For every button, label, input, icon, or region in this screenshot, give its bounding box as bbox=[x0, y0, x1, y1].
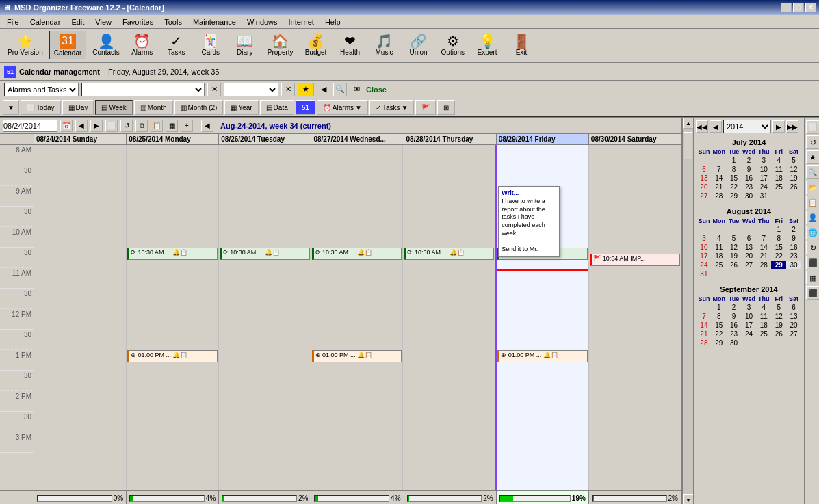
aug-empty7[interactable] bbox=[727, 269, 742, 278]
grid-button[interactable]: ⊞ bbox=[437, 100, 455, 115]
right-icon-1[interactable]: ⬜ bbox=[806, 120, 819, 134]
july-day-4[interactable]: 4 bbox=[771, 156, 786, 165]
july-day-28[interactable]: 28 bbox=[712, 191, 727, 200]
close-button[interactable]: ✕ bbox=[805, 3, 816, 12]
july-day-27[interactable]: 27 bbox=[697, 191, 712, 200]
july-day-16[interactable]: 16 bbox=[742, 174, 757, 183]
aug-empty9[interactable] bbox=[756, 269, 771, 278]
category-dropdown[interactable] bbox=[224, 83, 278, 96]
data-button[interactable]: ▤ Data bbox=[260, 100, 294, 115]
right-icon-7[interactable]: 👤 bbox=[806, 211, 819, 224]
scroll-up-button[interactable]: ▲ bbox=[683, 118, 694, 129]
aug-day-22[interactable]: 22 bbox=[771, 252, 786, 261]
july-day-17[interactable]: 17 bbox=[756, 174, 771, 183]
july-day-14[interactable]: 14 bbox=[712, 174, 727, 183]
aug-day-30[interactable]: 30 bbox=[786, 261, 801, 269]
sep-day-5[interactable]: 5 bbox=[771, 303, 786, 312]
flag-button[interactable]: 🚩 bbox=[415, 100, 436, 115]
cal-picker-button[interactable]: 📅 bbox=[60, 120, 73, 132]
aug-day-25[interactable]: 25 bbox=[712, 261, 727, 269]
minimize-button[interactable]: ─ bbox=[781, 3, 792, 12]
note-popup[interactable]: Writ... I have to write a report about t… bbox=[498, 186, 560, 257]
july-day-8[interactable]: 8 bbox=[727, 165, 742, 174]
right-icon-3[interactable]: ★ bbox=[806, 150, 819, 164]
july-day-31[interactable]: 31 bbox=[756, 191, 771, 200]
sep-day-20[interactable]: 20 bbox=[786, 321, 801, 330]
filter-dropdown[interactable] bbox=[81, 83, 205, 96]
budget-button[interactable]: 💰 Budget bbox=[300, 31, 333, 59]
cards-button[interactable]: 🃏 Cards bbox=[194, 31, 227, 59]
saturday-1054-event[interactable]: 🚩 10:54 AM IMP... bbox=[590, 254, 680, 266]
right-icon-11[interactable]: ▦ bbox=[806, 271, 819, 284]
aug-day-21[interactable]: 21 bbox=[756, 252, 771, 261]
aug-day-8[interactable]: 8 bbox=[771, 234, 786, 243]
monday-1pm-event[interactable]: ⊕ 01:00 PM ... 🔔📋 bbox=[127, 350, 218, 362]
filter-search-button[interactable]: 🔍 bbox=[333, 83, 347, 96]
aug-empty5[interactable] bbox=[756, 225, 771, 234]
july-day-21[interactable]: 21 bbox=[712, 183, 727, 191]
tasks-nav-button[interactable]: ✓ Tasks ▼ bbox=[369, 100, 414, 115]
sep-day-4[interactable]: 4 bbox=[756, 303, 771, 312]
sep-day-2[interactable]: 2 bbox=[727, 303, 742, 312]
contacts-button[interactable]: 👤 Contacts bbox=[88, 31, 124, 59]
july-day-empty3[interactable] bbox=[771, 191, 786, 200]
calendar-button[interactable]: 31 Calendar bbox=[49, 31, 87, 59]
aug-day-14[interactable]: 14 bbox=[756, 243, 771, 252]
july-day-30[interactable]: 30 bbox=[742, 191, 757, 200]
year-prev-button[interactable]: ◀◀ bbox=[696, 120, 708, 133]
aug-day-13[interactable]: 13 bbox=[742, 243, 757, 252]
union-button[interactable]: 🔗 Union bbox=[402, 31, 435, 59]
year-button[interactable]: ▦ Year bbox=[224, 100, 258, 115]
sep-day-23[interactable]: 23 bbox=[727, 330, 742, 339]
right-icon-5[interactable]: 📂 bbox=[806, 181, 819, 194]
july-day-empty4[interactable] bbox=[786, 191, 801, 200]
aug-day-23[interactable]: 23 bbox=[786, 252, 801, 261]
menu-internet[interactable]: Internet bbox=[283, 16, 320, 27]
aug-day-9[interactable]: 9 bbox=[786, 234, 801, 243]
maximize-button[interactable]: □ bbox=[793, 3, 804, 12]
right-icon-9[interactable]: ↻ bbox=[806, 241, 819, 254]
aug-day-18[interactable]: 18 bbox=[712, 252, 727, 261]
aug-day-10[interactable]: 10 bbox=[697, 243, 712, 252]
aug-day-5[interactable]: 5 bbox=[727, 234, 742, 243]
week-arrow-left[interactable]: ◀ bbox=[201, 120, 213, 132]
july-day-1[interactable]: 1 bbox=[727, 156, 742, 165]
sep-day-25[interactable]: 25 bbox=[756, 330, 771, 339]
july-day-empty1[interactable] bbox=[697, 156, 712, 165]
july-day-24[interactable]: 24 bbox=[756, 183, 771, 191]
sep-empty3[interactable] bbox=[756, 339, 771, 347]
sep-day-8[interactable]: 8 bbox=[712, 312, 727, 321]
sep-day-17[interactable]: 17 bbox=[742, 321, 757, 330]
year-next-button[interactable]: ▶▶ bbox=[786, 120, 798, 133]
july-day-13[interactable]: 13 bbox=[697, 174, 712, 183]
aug-day-29-today[interactable]: 29 bbox=[771, 261, 786, 269]
year-select-dropdown[interactable]: 2014 bbox=[723, 120, 771, 133]
sep-day-13[interactable]: 13 bbox=[786, 312, 801, 321]
right-icon-10[interactable]: ⬛ bbox=[806, 256, 819, 269]
prev-week-button[interactable]: ◀ bbox=[75, 120, 88, 132]
menu-edit[interactable]: Edit bbox=[66, 16, 90, 27]
sep-day-26[interactable]: 26 bbox=[771, 330, 786, 339]
sep-day-28[interactable]: 28 bbox=[697, 339, 712, 347]
aug-day-7[interactable]: 7 bbox=[756, 234, 771, 243]
tasks-button[interactable]: ✓ Tasks bbox=[160, 31, 193, 59]
sep-day-21[interactable]: 21 bbox=[697, 330, 712, 339]
alarms-button[interactable]: ⏰ Alarms bbox=[126, 31, 159, 59]
july-day-3[interactable]: 3 bbox=[756, 156, 771, 165]
alarms-nav-button[interactable]: ⏰ Alarms ▼ bbox=[317, 100, 368, 115]
july-day-7[interactable]: 7 bbox=[712, 165, 727, 174]
health-button[interactable]: ❤ Health bbox=[334, 31, 367, 59]
filter-gold-button[interactable]: ★ bbox=[298, 83, 314, 96]
month-button[interactable]: ▥ Month bbox=[134, 100, 173, 115]
july-day-6[interactable]: 6 bbox=[697, 165, 712, 174]
right-icon-8[interactable]: 🌐 bbox=[806, 226, 819, 239]
menu-tools[interactable]: Tools bbox=[159, 16, 187, 27]
aug-empty4[interactable] bbox=[742, 225, 757, 234]
year-next-1-button[interactable]: ▶ bbox=[772, 120, 785, 133]
aug-day-19[interactable]: 19 bbox=[727, 252, 742, 261]
music-button[interactable]: 🎵 Music bbox=[368, 31, 401, 59]
thursday-1030-event[interactable]: ⟳ 10:30 AM ... 🔔📋 bbox=[404, 248, 494, 260]
july-day-22[interactable]: 22 bbox=[727, 183, 742, 191]
sep-day-11[interactable]: 11 bbox=[756, 312, 771, 321]
july-day-12[interactable]: 12 bbox=[786, 165, 801, 174]
